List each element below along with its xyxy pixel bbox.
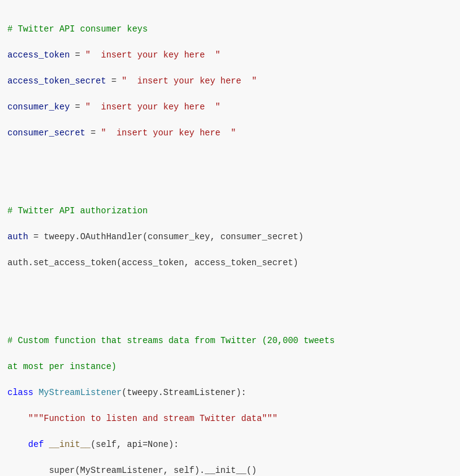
var-access-token: access_token [7,50,70,60]
line-11 [7,283,453,295]
var-consumer-secret: consumer_secret [7,128,85,138]
line-13: # Custom function that streams data from… [7,334,453,347]
var-consumer-key: consumer_key [7,102,70,112]
code-block: # Twitter API consumer keys access_token… [7,10,453,476]
line-2: access_token = " insert your key here " [7,49,453,62]
code-container: # Twitter API consumer keys access_token… [0,0,460,476]
line-18: super(MyStreamListener, self).__init__() [7,464,453,476]
line-8: # Twitter API authorization [7,205,453,218]
line-5: consumer_secret = " insert your key here… [7,127,453,140]
line-10: auth.set_access_token(access_token, acce… [7,257,453,270]
line-14: at most per instance) [7,360,453,373]
line-15: class MyStreamListener(tweepy.StreamList… [7,386,453,399]
line-6 [7,153,453,166]
line-16: """Function to listen and stream Twitter… [7,412,453,425]
comment-4: at most per instance) [7,362,116,372]
comment-1: # Twitter API consumer keys [7,24,148,34]
comment-2: # Twitter API authorization [7,206,148,216]
line-4: consumer_key = " insert your key here " [7,101,453,114]
line-17: def __init__(self, api=None): [7,438,453,451]
line-12 [7,308,453,321]
line-1: # Twitter API consumer keys [7,23,453,36]
line-9: auth = tweepy.OAuthHandler(consumer_key,… [7,231,453,244]
comment-3: # Custom function that streams data from… [7,336,334,346]
var-access-token-secret: access_token_secret [7,76,106,86]
line-3: access_token_secret = " insert your key … [7,75,453,88]
line-7 [7,179,453,192]
